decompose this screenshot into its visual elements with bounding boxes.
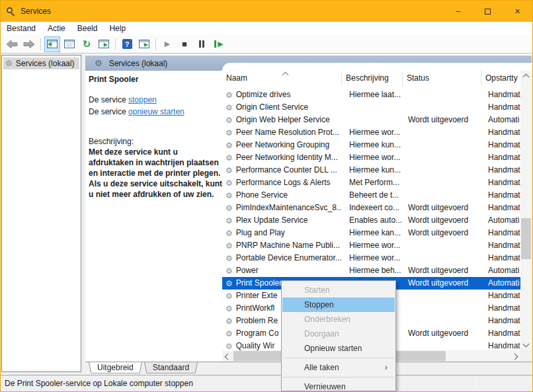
context-menu: StartenStoppenOnderbrekenDoorgaanOpnieuw… <box>281 280 396 391</box>
table-row[interactable]: ⚙Plug and PlayHiermee kan...Wordt uitgev… <box>222 227 520 239</box>
table-row[interactable]: ⚙PowerHiermee beh...Wordt uitgevoerdAuto… <box>222 264 520 277</box>
service-gear-icon: ⚙ <box>226 330 233 338</box>
service-name: Peer Networking Grouping <box>236 139 329 151</box>
menu-help[interactable]: Help <box>103 22 132 34</box>
service-startup-type: Automati <box>488 214 520 227</box>
scroll-left-icon[interactable] <box>225 354 231 360</box>
service-status <box>408 89 481 101</box>
service-description <box>349 101 402 114</box>
service-name: Power <box>236 264 259 277</box>
service-name: Problem Re <box>236 315 278 327</box>
table-row[interactable]: ⚙Optimize drivesHiermee laat...Handmat <box>222 89 520 101</box>
tree-item-services-lokaal[interactable]: ⚙ Services (lokaal) <box>3 58 79 69</box>
service-startup-type: Automati <box>488 114 520 126</box>
table-row[interactable]: ⚙Phone ServiceBeheert de t...Handmat <box>222 189 520 202</box>
service-status: Wordt uitgevoerd <box>408 277 481 290</box>
service-startup-type: Handmat <box>488 227 520 239</box>
service-startup-type: Handmat <box>488 89 520 101</box>
context-menu-item-stoppen[interactable]: Stoppen <box>282 297 395 312</box>
panel-header-title: Services (lokaal) <box>109 59 168 68</box>
tree-item-label: Services (lokaal) <box>16 59 75 68</box>
services-app-icon <box>7 7 15 16</box>
column-header-status[interactable]: Status <box>403 71 481 86</box>
service-status: Wordt uitgevoerd <box>408 202 481 214</box>
service-status <box>408 189 481 202</box>
toolbar-extended-view-icon[interactable]: ▶ <box>136 36 152 52</box>
service-name: Plex Update Service <box>236 214 308 227</box>
status-text: De Print Spooler-service op Lokale compu… <box>1 379 193 388</box>
service-gear-icon: ⚙ <box>226 342 233 350</box>
vertical-scrollbar[interactable] <box>520 71 532 350</box>
service-name: Optimize drives <box>236 89 291 101</box>
menu-bar: BestandActieBeeldHelp <box>1 22 532 35</box>
toolbar-help-icon[interactable]: ? <box>119 36 135 52</box>
column-header-naam[interactable]: Naam <box>222 71 342 86</box>
service-gear-icon: ⚙ <box>226 217 233 225</box>
toolbar-stop-service-icon[interactable]: ■ <box>177 36 192 52</box>
menu-separator <box>283 377 394 377</box>
service-status: Wordt uitgevoerd <box>408 264 481 277</box>
table-row[interactable]: ⚙Origin Client ServiceHandmat <box>222 101 520 114</box>
service-startup-type: Handmat <box>488 290 520 302</box>
toolbar-back-icon[interactable] <box>4 36 20 52</box>
service-gear-icon: ⚙ <box>226 129 233 137</box>
service-startup-type: Handmat <box>488 252 520 264</box>
maximize-button[interactable] <box>473 1 503 22</box>
tab-standaard[interactable]: Standaard <box>144 362 198 375</box>
menu-beeld[interactable]: Beeld <box>71 22 104 34</box>
status-bar: De Print Spooler-service op Lokale compu… <box>1 375 532 391</box>
stop-service-link[interactable]: stoppen <box>128 95 157 104</box>
context-menu-item-vernieuwen[interactable]: Vernieuwen <box>282 379 395 391</box>
tab-uitgebreid[interactable]: Uitgebreid <box>89 362 142 375</box>
column-header-beschrijving[interactable]: Beschrijving <box>342 71 403 86</box>
toolbar-pause-service-icon[interactable] <box>194 36 210 52</box>
menu-bestand[interactable]: Bestand <box>1 22 42 34</box>
service-description: Hiermee kun... <box>349 164 402 176</box>
column-header-opstarttype[interactable]: Opstartty <box>481 71 522 86</box>
service-description <box>349 114 402 126</box>
scroll-down-icon[interactable] <box>523 341 530 348</box>
table-row[interactable]: ⚙Portable Device Enumerator...Hiermee wo… <box>222 252 520 264</box>
close-button[interactable]: × <box>503 1 532 22</box>
table-row[interactable]: ⚙Performance Counter DLL ...Hiermee kun.… <box>222 164 520 176</box>
vertical-scroll-thumb[interactable] <box>521 218 531 259</box>
toolbar-start-service-icon[interactable]: ▶ <box>159 36 175 52</box>
table-row[interactable]: ⚙Performance Logs & AlertsMet Perform...… <box>222 176 520 189</box>
toolbar-separator <box>115 38 116 50</box>
toolbar-show-tree-icon[interactable]: ◀ <box>44 36 60 52</box>
scroll-right-icon[interactable] <box>512 354 518 360</box>
toolbar-properties-icon[interactable] <box>62 36 77 52</box>
service-gear-icon: ⚙ <box>226 317 233 325</box>
toolbar-forward-icon[interactable] <box>21 36 37 52</box>
minimize-button[interactable]: – <box>443 1 473 22</box>
service-startup-type: Handmat <box>488 176 520 189</box>
table-row[interactable]: ⚙Peer Name Resolution Prot...Hiermee wor… <box>222 126 520 139</box>
toolbar-restart-service-icon[interactable]: ▶ <box>211 36 227 52</box>
description-text: Met deze service kunt u afdruktaken in w… <box>89 147 224 200</box>
service-description: Enables auto... <box>349 214 402 227</box>
extended-view-panel: Print Spooler De service stoppen De serv… <box>89 75 224 200</box>
toolbar-refresh-icon[interactable]: ↻ <box>79 36 95 52</box>
toolbar-export-list-icon[interactable]: ▶ <box>96 36 112 52</box>
restart-service-link[interactable]: opnieuw starten <box>128 107 184 116</box>
service-name: Performance Logs & Alerts <box>236 176 331 189</box>
selected-service-name: Print Spooler <box>89 75 224 84</box>
table-row[interactable]: ⚙Origin Web Helper ServiceWordt uitgevoe… <box>222 114 520 126</box>
service-gear-icon: ⚙ <box>226 91 233 99</box>
menu-actie[interactable]: Actie <box>42 22 71 34</box>
context-menu-item-opnieuw-starten[interactable]: Opnieuw starten <box>282 341 395 356</box>
table-row[interactable]: ⚙PimIndexMaintenanceSvc_8...Indexeert co… <box>222 202 520 214</box>
table-row[interactable]: ⚙PNRP Machine Name Publi...Hiermee wor..… <box>222 239 520 252</box>
table-row[interactable]: ⚙Peer Networking GroupingHiermee kun...H… <box>222 139 520 151</box>
scroll-up-icon[interactable] <box>523 74 530 81</box>
menu-separator <box>283 358 394 358</box>
service-gear-icon: ⚙ <box>226 280 233 288</box>
service-description: Beheert de t... <box>349 189 402 202</box>
service-gear-icon: ⚙ <box>226 229 233 237</box>
context-menu-item-alle-taken[interactable]: Alle taken› <box>282 360 395 375</box>
service-status: Wordt uitgevoerd <box>408 214 481 227</box>
table-row[interactable]: ⚙Plex Update ServiceEnables auto...Wordt… <box>222 214 520 227</box>
status-bar-divider <box>476 378 477 389</box>
table-row[interactable]: ⚙Peer Networking Identity M...Hiermee wo… <box>222 151 520 164</box>
console-tree-panel: ⚙ Services (lokaal) <box>1 55 81 372</box>
